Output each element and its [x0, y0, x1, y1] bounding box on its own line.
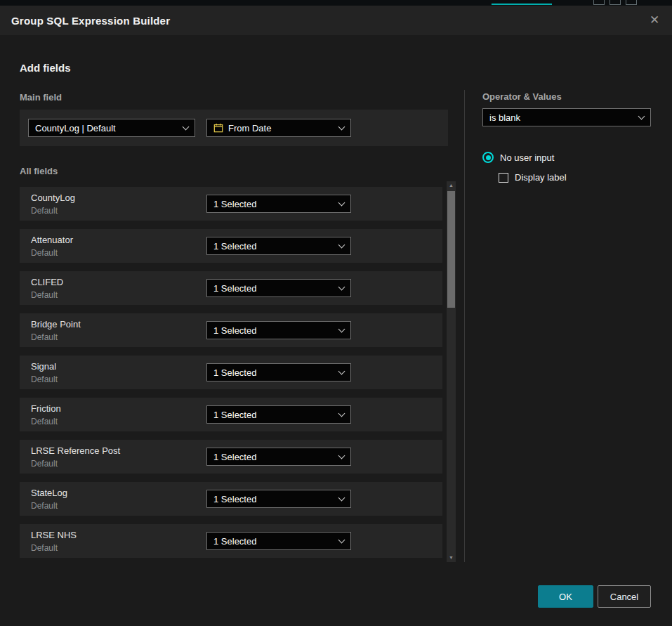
add-fields-heading: Add fields: [20, 62, 71, 74]
field-selected-value: 1 Selected: [213, 494, 334, 504]
field-selected-dropdown[interactable]: 1 Selected: [206, 448, 351, 466]
field-selected-dropdown[interactable]: 1 Selected: [206, 321, 351, 339]
field-name: LRSE Reference Post: [31, 445, 206, 456]
field-selected-dropdown[interactable]: 1 Selected: [206, 405, 351, 424]
scrollbar[interactable]: ▲ ▼: [447, 181, 456, 562]
chevron-down-icon: [338, 283, 345, 290]
field-row: LRSE NHS Default 1 Selected: [20, 524, 442, 558]
dialog-footer: OK Cancel: [538, 585, 651, 608]
field-subtitle: Default: [31, 543, 206, 553]
calendar-icon: [213, 123, 223, 133]
scrollbar-up-arrow-icon[interactable]: ▲: [447, 181, 456, 190]
no-user-input-radio[interactable]: No user input: [482, 152, 651, 163]
field-meta: CLIFED Default: [31, 277, 206, 300]
background-toolbar-icon: [626, 0, 637, 5]
chevron-down-icon: [338, 325, 345, 332]
vertical-divider: [464, 90, 465, 562]
field-name: Attenuator: [31, 235, 206, 245]
field-selected-value: 1 Selected: [213, 536, 334, 547]
chevron-down-icon: [338, 410, 345, 417]
field-meta: CountyLog Default: [31, 193, 206, 216]
field-row: Attenuator Default 1 Selected: [20, 229, 442, 263]
display-label-text: Display label: [515, 172, 567, 183]
operator-value: is blank: [489, 112, 633, 123]
all-fields-label: All fields: [20, 166, 58, 176]
chevron-down-icon: [338, 536, 345, 543]
field-name: StateLog: [31, 488, 206, 498]
field-selected-value: 1 Selected: [213, 241, 334, 252]
field-meta: LRSE NHS Default: [31, 530, 206, 553]
background-toolbar-icon: [610, 0, 621, 5]
dialog-title: Group SQL Expression Builder: [11, 15, 170, 27]
checkbox-unchecked-icon: [499, 173, 508, 183]
field-selected-value: 1 Selected: [213, 283, 334, 294]
field-row: CLIFED Default 1 Selected: [20, 271, 442, 305]
field-selected-value: 1 Selected: [213, 199, 334, 209]
field-meta: StateLog Default: [31, 488, 206, 511]
chevron-down-icon: [638, 112, 645, 119]
field-subtitle: Default: [31, 206, 206, 216]
close-icon[interactable]: ✕: [645, 11, 664, 30]
group-sql-expression-builder-dialog: Group SQL Expression Builder ✕ Add field…: [0, 6, 672, 626]
chevron-down-icon: [338, 241, 345, 248]
field-subtitle: Default: [31, 501, 206, 511]
chevron-down-icon: [338, 452, 345, 459]
scrollbar-thumb[interactable]: [447, 191, 455, 308]
field-meta: Friction Default: [31, 403, 206, 426]
chevron-down-icon: [338, 494, 345, 501]
field-row: Friction Default 1 Selected: [20, 398, 442, 431]
scrollbar-down-arrow-icon[interactable]: ▼: [447, 554, 456, 562]
no-user-input-label: No user input: [500, 152, 554, 163]
field-selected-dropdown[interactable]: 1 Selected: [206, 237, 351, 255]
radio-selected-icon: [482, 152, 494, 163]
field-selected-value: 1 Selected: [213, 410, 334, 420]
chevron-down-icon: [183, 123, 190, 130]
main-field-source-dropdown[interactable]: CountyLog | Default: [28, 119, 195, 137]
field-selected-dropdown[interactable]: 1 Selected: [206, 363, 351, 382]
operator-values-panel: Operator & Values is blank No user input…: [482, 91, 651, 183]
screen: Group SQL Expression Builder ✕ Add field…: [0, 0, 672, 626]
operator-values-label: Operator & Values: [482, 91, 651, 102]
field-name: Bridge Point: [31, 319, 206, 330]
field-row: CountyLog Default 1 Selected: [20, 187, 442, 221]
main-field-label: Main field: [20, 92, 62, 103]
field-subtitle: Default: [31, 248, 206, 258]
field-meta: Signal Default: [31, 361, 206, 384]
field-row: StateLog Default 1 Selected: [20, 482, 442, 516]
display-label-checkbox[interactable]: Display label: [499, 172, 651, 183]
main-field-date-dropdown[interactable]: From Date: [206, 119, 351, 137]
chevron-down-icon: [338, 367, 345, 374]
field-name: LRSE NHS: [31, 530, 206, 540]
operator-dropdown[interactable]: is blank: [482, 108, 651, 126]
field-name: CountyLog: [31, 193, 206, 203]
background-app-strip: [0, 0, 672, 6]
field-selected-dropdown[interactable]: 1 Selected: [206, 195, 351, 213]
field-subtitle: Default: [31, 374, 206, 384]
field-row: Bridge Point Default 1 Selected: [20, 313, 442, 347]
dialog-header: Group SQL Expression Builder ✕: [0, 6, 672, 35]
field-selected-value: 1 Selected: [213, 325, 334, 336]
field-name: CLIFED: [31, 277, 206, 287]
field-meta: Attenuator Default: [31, 235, 206, 258]
cancel-button[interactable]: Cancel: [598, 585, 651, 608]
main-field-date-value: From Date: [228, 123, 334, 133]
field-selected-value: 1 Selected: [213, 367, 334, 378]
chevron-down-icon: [338, 123, 345, 130]
field-subtitle: Default: [31, 332, 206, 342]
main-field-panel: CountyLog | Default From Date: [20, 110, 448, 146]
field-subtitle: Default: [31, 417, 206, 426]
background-toolbar-icon: [593, 0, 605, 5]
field-selected-dropdown[interactable]: 1 Selected: [206, 532, 351, 550]
field-selected-value: 1 Selected: [213, 452, 334, 462]
chevron-down-icon: [338, 199, 345, 206]
field-subtitle: Default: [31, 290, 206, 300]
field-meta: LRSE Reference Post Default: [31, 445, 206, 469]
field-selected-dropdown[interactable]: 1 Selected: [206, 490, 351, 508]
field-selected-dropdown[interactable]: 1 Selected: [206, 279, 351, 297]
field-subtitle: Default: [31, 459, 206, 469]
ok-button[interactable]: OK: [538, 585, 593, 608]
all-fields-list: CountyLog Default 1 Selected Attenuator …: [20, 187, 442, 566]
background-active-tab-indicator: [492, 0, 552, 5]
field-meta: Bridge Point Default: [31, 319, 206, 342]
main-field-source-value: CountyLog | Default: [35, 123, 178, 133]
